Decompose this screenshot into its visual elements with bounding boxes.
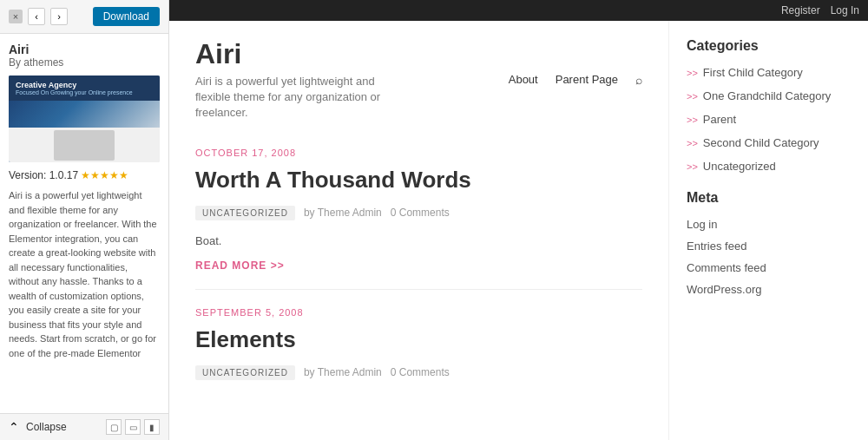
- post-2-meta: Uncategorized by Theme Admin 0 Comments: [195, 365, 642, 380]
- post-1-date: October 17, 2008: [195, 148, 642, 158]
- category-item-5: >> Uncategorized: [687, 160, 851, 173]
- search-icon[interactable]: ⌕: [635, 73, 642, 87]
- post-2-comments: 0 Comments: [391, 366, 450, 378]
- download-button[interactable]: Download: [93, 7, 160, 26]
- category-link-4[interactable]: Second Child Category: [703, 136, 819, 149]
- sidebar-content: Airi By athemes Creative Agency Focused …: [0, 34, 168, 440]
- meta-widget: Meta Log in Entries feed Comments feed W…: [687, 190, 851, 296]
- collapse-bar: ⌃ Collapse ▢ ▭ ▮: [0, 413, 168, 440]
- sidebar-top-bar: × ‹ › Download: [0, 0, 168, 34]
- top-bar: Register Log In: [169, 0, 868, 21]
- post-2-title[interactable]: Elements: [195, 326, 642, 353]
- category-link-5[interactable]: Uncategorized: [703, 160, 776, 173]
- post-divider: [195, 289, 642, 290]
- post-1-category[interactable]: Uncategorized: [195, 206, 295, 220]
- main-area: Register Log In Airi Airi is a powerful …: [169, 0, 868, 440]
- screenshot-subtitle: Focused On Growing your Online presence: [16, 89, 153, 95]
- version-text: Version: 1.0.17: [9, 169, 78, 181]
- category-arrow-icon-2: >>: [687, 91, 698, 102]
- category-item-2: >> One Grandchild Category: [687, 89, 851, 102]
- sidebar-right: Categories >> First Child Category >> On…: [668, 21, 868, 440]
- category-link-3[interactable]: Parent: [703, 113, 736, 126]
- category-link-1[interactable]: First Child Category: [703, 66, 803, 79]
- collapse-chevron-icon: ⌃: [9, 420, 19, 434]
- post-1: October 17, 2008 Worth A Thousand Words …: [195, 148, 642, 272]
- meta-widget-title: Meta: [687, 190, 851, 206]
- category-item-3: >> Parent: [687, 113, 851, 126]
- site-title: Airi: [195, 38, 412, 70]
- site-tagline: Airi is a powerful yet lightweight and f…: [195, 74, 412, 121]
- theme-author: By athemes: [9, 56, 160, 69]
- post-1-title[interactable]: Worth A Thousand Words: [195, 167, 642, 194]
- category-item-4: >> Second Child Category: [687, 136, 851, 149]
- nav-about[interactable]: About: [509, 73, 538, 86]
- meta-link-comments[interactable]: Comments feed: [687, 261, 851, 274]
- post-1-excerpt: Boat.: [195, 234, 642, 247]
- collapse-icons: ▢ ▭ ▮: [106, 419, 160, 435]
- back-button[interactable]: ‹: [28, 8, 45, 25]
- login-link[interactable]: Log In: [831, 4, 859, 16]
- categories-widget-title: Categories: [687, 38, 851, 54]
- site-header: Airi Airi is a powerful yet lightweight …: [195, 38, 642, 121]
- version-line: Version: 1.0.17 ★★★★★: [9, 169, 160, 181]
- post-1-meta: Uncategorized by Theme Admin 0 Comments: [195, 206, 642, 220]
- category-arrow-icon-1: >>: [687, 68, 698, 78]
- register-link[interactable]: Register: [781, 4, 820, 16]
- category-arrow-icon-3: >>: [687, 115, 698, 125]
- meta-link-login[interactable]: Log in: [687, 218, 851, 231]
- meta-link-wordpress[interactable]: WordPress.org: [687, 283, 851, 296]
- theme-description: Airi is a powerful yet lightweight and f…: [9, 188, 160, 360]
- tablet-icon[interactable]: ▭: [125, 419, 141, 435]
- screenshot-title: Creative Agency: [16, 81, 153, 89]
- post-1-comments: 0 Comments: [391, 207, 450, 219]
- forward-button[interactable]: ›: [50, 8, 68, 25]
- post-1-read-more[interactable]: Read More >>: [195, 259, 642, 272]
- monitor-icon[interactable]: ▢: [106, 419, 122, 435]
- site-nav: About Parent Page ⌕: [509, 73, 642, 87]
- post-2: September 5, 2008 Elements Uncategorized…: [195, 307, 642, 380]
- screenshot-image: [54, 130, 115, 161]
- post-2-author: by Theme Admin: [304, 366, 382, 378]
- meta-link-entries[interactable]: Entries feed: [687, 240, 851, 253]
- post-2-category[interactable]: Uncategorized: [195, 365, 295, 380]
- nav-parent-page[interactable]: Parent Page: [556, 73, 618, 86]
- post-1-author: by Theme Admin: [304, 207, 382, 219]
- theme-screenshot: Creative Agency Focused On Growing your …: [9, 76, 160, 162]
- category-link-2[interactable]: One Grandchild Category: [703, 89, 831, 102]
- category-arrow-icon-4: >>: [687, 138, 698, 148]
- page-content: Airi Airi is a powerful yet lightweight …: [169, 21, 668, 440]
- category-item-1: >> First Child Category: [687, 66, 851, 79]
- post-2-date: September 5, 2008: [195, 307, 642, 318]
- category-arrow-icon-5: >>: [687, 161, 698, 172]
- close-button[interactable]: ×: [9, 10, 23, 23]
- site-title-group: Airi Airi is a powerful yet lightweight …: [195, 38, 412, 121]
- collapse-label[interactable]: Collapse: [26, 421, 67, 433]
- page-area: Airi Airi is a powerful yet lightweight …: [169, 21, 868, 440]
- theme-sidebar: × ‹ › Download Airi By athemes Creative …: [0, 0, 169, 440]
- phone-icon[interactable]: ▮: [144, 419, 160, 435]
- theme-name: Airi: [9, 43, 160, 56]
- star-rating: ★★★★★: [81, 169, 128, 181]
